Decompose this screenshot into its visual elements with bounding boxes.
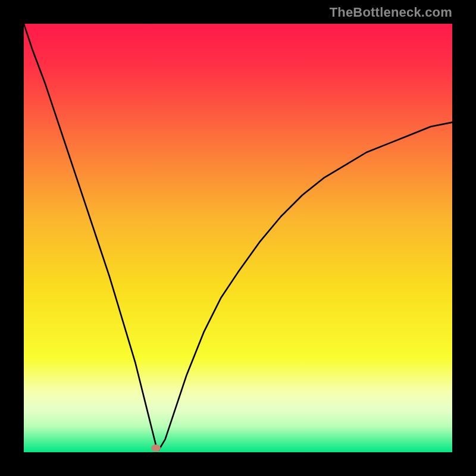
bottleneck-curve <box>24 24 452 450</box>
curve-layer <box>24 24 452 452</box>
chart-frame: TheBottleneck.com <box>0 0 476 476</box>
plot-area <box>24 24 452 452</box>
optimum-marker <box>151 444 161 452</box>
watermark-text: TheBottleneck.com <box>330 5 452 20</box>
